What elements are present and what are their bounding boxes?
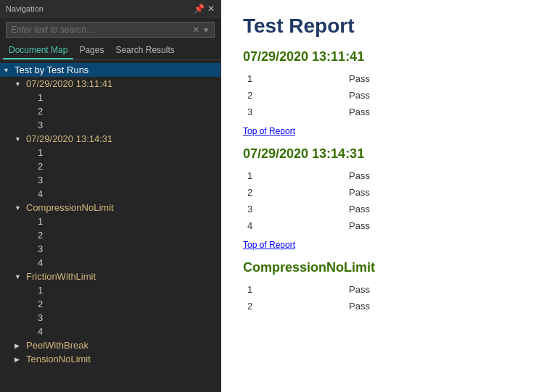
tree-label: Test by Test Runs	[13, 64, 88, 75]
nav-tabs: Document Map Pages Search Results	[0, 42, 221, 60]
table-row: 1 Pass	[243, 281, 522, 298]
tree-item-d1-3[interactable]: 3	[0, 118, 221, 132]
row-num: 1	[243, 167, 345, 184]
tree-item-d2-4[interactable]: 4	[0, 187, 221, 201]
content-panel: Test Report07/29/2020 13:11:41 1 Pass 2 …	[221, 0, 544, 392]
tab-search-results[interactable]: Search Results	[110, 42, 180, 59]
row-num: 1	[243, 70, 345, 87]
section-heading-1: 07/29/2020 13:14:31	[243, 146, 522, 162]
tree-item-d1-1[interactable]: 1	[0, 91, 221, 104]
row-result: Pass	[345, 281, 522, 298]
tree-label: CompressionNoLimit	[25, 202, 114, 213]
tree-item-d2-1[interactable]: 1	[0, 146, 221, 159]
section-heading-0: 07/29/2020 13:11:41	[243, 49, 522, 64]
section-table-1: 1 Pass 2 Pass 3 Pass 4 Pass	[243, 167, 522, 234]
table-row: 2 Pass	[243, 184, 522, 201]
tree-label: 1	[36, 216, 43, 227]
tree-label: PeelWithBreak	[25, 340, 88, 351]
tree-label: 07/29/2020 13:11:41	[25, 78, 112, 89]
row-num: 3	[243, 201, 345, 217]
tree-item-cnl-3[interactable]: 3	[0, 242, 221, 256]
tree-label: 2	[36, 299, 43, 309]
section-heading-2: CompressionNoLimit	[243, 260, 522, 275]
tree-item-tnl[interactable]: TensionNoLimit	[0, 352, 221, 366]
top-of-report-link-1[interactable]: Top of Report	[243, 240, 522, 250]
tree-item-pwb[interactable]: PeelWithBreak	[0, 338, 221, 352]
row-num: 1	[243, 281, 345, 298]
row-num: 4	[243, 217, 345, 234]
tab-document-map[interactable]: Document Map	[3, 42, 73, 59]
close-icon[interactable]: ✕	[207, 4, 215, 14]
tree-label: 3	[36, 312, 43, 323]
table-row: 2 Pass	[243, 87, 522, 104]
row-num: 2	[243, 298, 345, 314]
tree-label: 4	[36, 188, 43, 199]
tree-item-d2-3[interactable]: 3	[0, 173, 221, 187]
tree-label: 3	[36, 120, 43, 130]
tree-item-fwl[interactable]: FrictionWithLimit	[0, 270, 221, 283]
tree-label: 1	[36, 285, 43, 296]
row-result: Pass	[345, 201, 522, 217]
tree-arrow	[15, 204, 25, 212]
row-result: Pass	[345, 217, 522, 234]
tab-pages[interactable]: Pages	[73, 42, 110, 59]
tree-arrow	[15, 356, 25, 363]
tree-item-d1-2[interactable]: 2	[0, 104, 221, 118]
tree-item-root[interactable]: Test by Test Runs	[0, 63, 221, 77]
nav-header: Navigation 📌 ✕	[0, 0, 221, 17]
tree-item-cnl[interactable]: CompressionNoLimit	[0, 201, 221, 214]
navigation-panel: Navigation 📌 ✕ ✕ ▼ Document Map Pages Se…	[0, 0, 221, 392]
tree-label: 3	[36, 243, 43, 254]
table-row: 2 Pass	[243, 298, 522, 314]
row-result: Pass	[345, 167, 522, 184]
top-of-report-link-0[interactable]: Top of Report	[243, 126, 522, 136]
section-table-0: 1 Pass 2 Pass 3 Pass	[243, 70, 522, 120]
tree-label: 1	[36, 147, 43, 158]
tree-item-d2-2[interactable]: 2	[0, 159, 221, 173]
tree-item-fwl-2[interactable]: 2	[0, 297, 221, 311]
tree-item-date2[interactable]: 07/29/2020 13:14:31	[0, 132, 221, 146]
tree-arrow	[15, 80, 25, 88]
nav-header-icons: 📌 ✕	[194, 4, 215, 14]
tree-area: Test by Test Runs 07/29/2020 13:11:41 1 …	[0, 60, 221, 392]
tree-item-fwl-1[interactable]: 1	[0, 283, 221, 297]
row-result: Pass	[345, 298, 522, 314]
section-table-2: 1 Pass 2 Pass	[243, 281, 522, 314]
row-result: Pass	[345, 184, 522, 201]
search-dropdown-icon[interactable]: ▼	[202, 26, 210, 34]
search-clear-icon[interactable]: ✕	[192, 25, 199, 35]
tree-label: 07/29/2020 13:14:31	[25, 133, 112, 144]
table-row: 3 Pass	[243, 201, 522, 217]
table-row: 1 Pass	[243, 70, 522, 87]
row-num: 3	[243, 104, 345, 120]
row-num: 2	[243, 87, 345, 104]
table-row: 3 Pass	[243, 104, 522, 120]
tree-label: 4	[36, 326, 43, 337]
pin-icon[interactable]: 📌	[194, 4, 205, 14]
row-result: Pass	[345, 104, 522, 120]
tree-label: 2	[36, 230, 43, 241]
nav-title: Navigation	[6, 4, 44, 13]
tree-item-cnl-2[interactable]: 2	[0, 228, 221, 242]
tree-arrow	[15, 273, 25, 280]
tree-label: 4	[36, 257, 43, 268]
row-result: Pass	[345, 70, 522, 87]
table-row: 1 Pass	[243, 167, 522, 184]
tree-label: 1	[36, 92, 43, 103]
tree-arrow	[15, 342, 25, 349]
table-row: 4 Pass	[243, 217, 522, 234]
row-result: Pass	[345, 87, 522, 104]
tree-label: 2	[36, 106, 43, 117]
tree-arrow	[3, 67, 13, 74]
tree-label: 3	[36, 175, 43, 185]
tree-item-date1[interactable]: 07/29/2020 13:11:41	[0, 77, 221, 91]
tree-item-cnl-4[interactable]: 4	[0, 256, 221, 270]
tree-arrow	[15, 135, 25, 143]
tree-item-fwl-3[interactable]: 3	[0, 311, 221, 325]
tree-item-cnl-1[interactable]: 1	[0, 214, 221, 228]
search-input[interactable]	[11, 25, 189, 35]
search-bar: ✕ ▼	[6, 22, 215, 38]
tree-item-fwl-4[interactable]: 4	[0, 325, 221, 338]
tree-label: 2	[36, 161, 43, 172]
row-num: 2	[243, 184, 345, 201]
